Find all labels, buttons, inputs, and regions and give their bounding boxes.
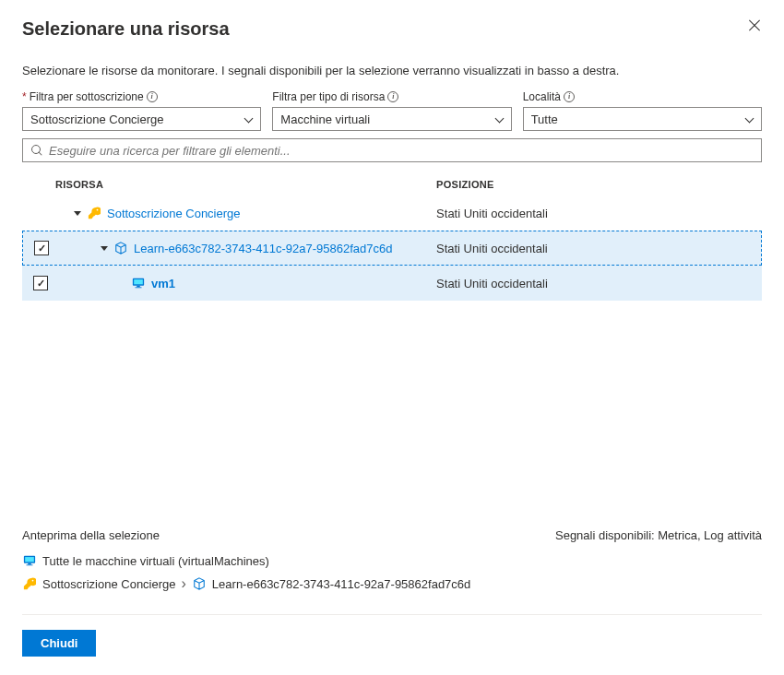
preview-all-vms-text: Tutte le macchine virtuali (virtualMachi… [42,554,269,568]
close-button[interactable]: Chiudi [22,630,96,657]
svg-rect-3 [136,287,142,288]
resource-type-select-value: Macchine virtuali [280,112,370,126]
available-signals: Segnali disponibili: Metrica, Log attivi… [555,528,762,542]
resource-group-icon [113,241,128,255]
location-select-value: Tutte [531,112,558,126]
location-label-text: Località [523,90,561,103]
group-checkbox[interactable] [34,241,49,255]
expand-icon[interactable] [74,211,81,216]
key-icon [87,206,101,220]
subscription-label-text: Filtra per sottoscrizione [30,90,144,103]
resource-group-icon [192,576,207,591]
chevron-down-icon [744,114,754,124]
group-location: Stati Uniti occidentali [436,242,761,255]
description-text: Selezionare le risorse da monitorare. I … [22,64,762,77]
info-icon[interactable]: i [387,91,398,102]
chevron-down-icon [244,114,253,124]
svg-rect-6 [28,563,31,565]
preview-label: Anteprima della selezione [22,528,160,542]
vm-location: Stati Uniti occidentali [436,277,762,290]
column-header-location: POSIZIONE [436,179,762,190]
vm-checkbox[interactable] [33,276,48,290]
svg-rect-7 [27,564,33,565]
expand-icon[interactable] [101,246,108,251]
preview-breadcrumb: Sottoscrizione Concierge › Learn-e663c78… [22,575,762,592]
svg-rect-1 [134,279,143,284]
search-icon [30,144,43,157]
subscription-location: Stati Uniti occidentali [436,207,762,220]
key-icon [22,576,37,591]
location-select[interactable]: Tutte [523,107,762,131]
subscription-select[interactable]: Sottoscrizione Concierge [22,107,261,131]
info-icon[interactable]: i [564,91,575,102]
vm-icon [131,276,146,290]
column-header-resource: RISORSA [22,179,436,190]
preview-all-vms: Tutte le macchine virtuali (virtualMachi… [22,553,762,568]
tree-row-subscription[interactable]: Sottoscrizione Concierge Stati Uniti occ… [22,195,762,231]
subscription-filter-label: * Filtra per sottoscrizione i [22,90,261,103]
subscription-select-value: Sottoscrizione Concierge [30,112,164,126]
tree-row-vm[interactable]: vm1 Stati Uniti occidentali [22,266,762,301]
resource-type-select[interactable]: Macchine virtuali [272,107,511,131]
subscription-name[interactable]: Sottoscrizione Concierge [107,207,241,220]
location-filter-label: Località i [523,90,762,103]
info-icon[interactable]: i [147,91,158,102]
breadcrumb-group: Learn-e663c782-3743-411c-92a7-95862fad7c… [212,577,470,591]
resource-type-filter-label: Filtra per tipo di risorsa i [272,90,511,103]
svg-rect-2 [137,286,140,288]
vm-name[interactable]: vm1 [151,277,175,290]
search-box[interactable] [22,138,762,162]
required-indicator: * [22,90,27,103]
close-icon[interactable] [747,18,762,33]
search-input[interactable] [49,144,754,158]
breadcrumb-subscription: Sottoscrizione Concierge [42,577,176,591]
chevron-down-icon [494,114,504,124]
resource-group-name[interactable]: Learn-e663c782-3743-411c-92a7-95862fad7c… [134,242,392,255]
svg-rect-5 [25,557,34,562]
panel-title: Selezionare una risorsa [22,18,230,40]
vm-icon [22,553,37,568]
breadcrumb-separator: › [182,575,186,592]
resource-type-label-text: Filtra per tipo di risorsa [272,90,385,103]
tree-row-resource-group[interactable]: Learn-e663c782-3743-411c-92a7-95862fad7c… [22,231,762,266]
